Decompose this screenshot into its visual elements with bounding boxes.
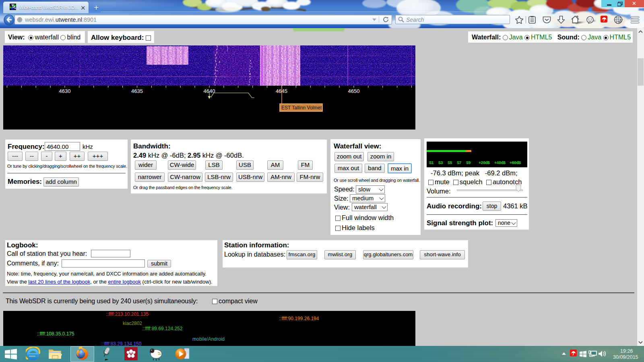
svg-text:4630: 4630 xyxy=(59,88,71,94)
svg-text:4635: 4635 xyxy=(131,88,143,94)
svg-text:EST Tallinn Volmet: EST Tallinn Volmet xyxy=(281,105,322,111)
svg-text:4650: 4650 xyxy=(348,88,360,94)
